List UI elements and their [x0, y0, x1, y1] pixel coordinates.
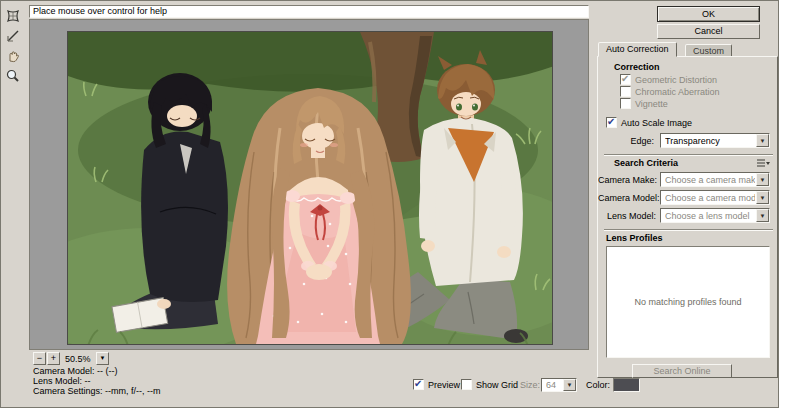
camera-make-dropdown[interactable]: Choose a camera make ▼: [660, 172, 770, 187]
zoom-out-icon: −: [37, 353, 42, 363]
check-icon: ✔: [607, 116, 615, 127]
grid-size-label: Size:: [520, 380, 540, 391]
grid-size-value: 64: [546, 380, 562, 391]
preview-area[interactable]: [29, 19, 589, 350]
geometric-distortion-checkbox[interactable]: ✔: [620, 74, 631, 85]
chevron-down-icon[interactable]: ▼: [756, 134, 769, 147]
zoom-in-button[interactable]: +: [47, 352, 60, 365]
correction-section-title: Correction: [614, 62, 660, 72]
divider: [604, 229, 773, 231]
lens-profiles-section-title: Lens Profiles: [606, 233, 663, 243]
preview-checkbox-label: Preview: [428, 380, 460, 391]
camera-model-dropdown[interactable]: Choose a camera model ▼: [660, 190, 770, 205]
vignette-checkbox[interactable]: [620, 98, 631, 109]
status-lens-model: Lens Model: --: [33, 376, 91, 386]
auto-correction-panel: Correction ✔ Geometric Distortion Chroma…: [597, 56, 778, 378]
ok-button[interactable]: OK: [657, 6, 760, 22]
camera-model-label: Camera Model:: [598, 193, 656, 204]
lens-model-value: Choose a lens model: [665, 211, 755, 222]
vignette-label: Vignette: [635, 99, 668, 110]
status-camera-model: Camera Model: -- (--): [33, 366, 118, 376]
help-text: Place mouse over control for help: [33, 6, 167, 16]
geometric-distortion-label: Geometric Distortion: [635, 75, 717, 86]
chevron-down-icon[interactable]: ▼: [756, 191, 769, 204]
auto-scale-image-checkbox[interactable]: ✔: [606, 117, 617, 128]
chromatic-aberration-checkbox[interactable]: [620, 86, 631, 97]
camera-make-label: Camera Make:: [598, 175, 656, 186]
grid-size-dropdown[interactable]: 64 ▼: [541, 378, 577, 392]
lens-profiles-empty-text: No matching profiles found: [607, 297, 769, 307]
chevron-down-icon[interactable]: ▼: [756, 209, 769, 222]
zoom-out-button[interactable]: −: [33, 352, 46, 365]
zoom-tool-icon[interactable]: [4, 67, 22, 85]
lens-model-label: Lens Model:: [598, 211, 656, 222]
zoom-level: 50.5%: [65, 354, 91, 364]
help-bar: Place mouse over control for help: [29, 5, 589, 18]
grid-color-swatch[interactable]: [613, 378, 640, 392]
zoom-in-icon: +: [51, 353, 56, 363]
camera-make-value: Choose a camera make: [665, 175, 755, 186]
check-icon: ✔: [621, 73, 629, 84]
tool-strip: [4, 7, 22, 85]
show-grid-checkbox-label: Show Grid: [476, 380, 518, 391]
edge-value: Transparency: [665, 136, 755, 147]
anime-illustration: [68, 32, 553, 345]
camera-model-value: Choose a camera model: [665, 193, 755, 204]
chromatic-aberration-label: Chromatic Aberration: [635, 87, 720, 98]
zoom-level-dropdown[interactable]: ▼: [96, 352, 109, 365]
chevron-down-icon[interactable]: ▼: [756, 173, 769, 186]
edge-dropdown[interactable]: Transparency ▼: [660, 133, 770, 148]
grid-color-label: Color:: [586, 380, 610, 391]
dialog-surface: Place mouse over control for help: [0, 0, 779, 408]
chevron-down-icon[interactable]: ▼: [563, 379, 576, 391]
cancel-button[interactable]: Cancel: [657, 24, 760, 39]
edge-label: Edge:: [598, 136, 654, 147]
chevron-down-icon: ▼: [97, 353, 108, 364]
preview-checkbox[interactable]: ✔: [413, 379, 424, 390]
straighten-tool-icon[interactable]: [4, 27, 22, 45]
lens-model-dropdown[interactable]: Choose a lens model ▼: [660, 208, 770, 223]
lens-profiles-list[interactable]: No matching profiles found: [606, 246, 770, 358]
search-criteria-menu-icon[interactable]: [756, 158, 770, 171]
preview-image: [67, 31, 553, 345]
search-online-button[interactable]: Search Online: [632, 364, 732, 378]
tab-auto-correction[interactable]: Auto Correction: [598, 42, 677, 57]
search-criteria-section-title: Search Criteria: [614, 158, 678, 168]
status-camera-settings: Camera Settings: --mm, f/--, --m: [33, 386, 161, 396]
hand-tool-icon[interactable]: [4, 47, 22, 65]
divider: [604, 154, 773, 156]
remove-distortion-tool-icon[interactable]: [4, 7, 22, 25]
check-icon: ✔: [414, 378, 422, 389]
lens-correction-dialog: Place mouse over control for help: [0, 0, 800, 408]
show-grid-checkbox[interactable]: [461, 379, 472, 390]
auto-scale-image-label: Auto Scale Image: [621, 118, 692, 129]
